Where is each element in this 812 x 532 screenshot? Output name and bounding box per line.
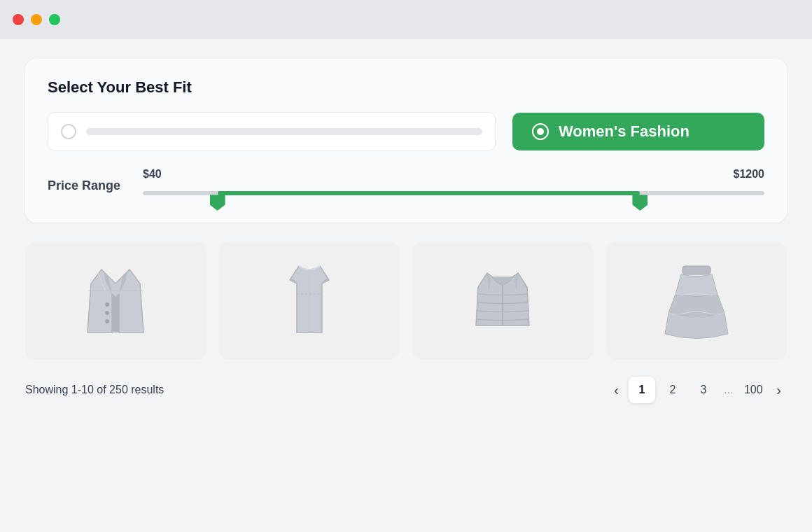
puffer-image <box>468 255 538 346</box>
selected-option-label: Women's Fashion <box>559 122 690 141</box>
page-button-100[interactable]: 100 <box>740 377 766 403</box>
svg-rect-3 <box>682 266 710 274</box>
main-content: Select Your Best Fit Women's Fashion Pri… <box>0 39 812 532</box>
radio-placeholder-text <box>86 128 482 135</box>
selected-radio-icon <box>532 123 549 140</box>
slider-track[interactable] <box>143 183 764 203</box>
svg-point-2 <box>105 319 109 323</box>
page-button-1[interactable]: 1 <box>629 377 655 403</box>
page-button-3[interactable]: 3 <box>690 377 717 403</box>
track-background <box>143 191 764 195</box>
pagination-row: Showing 1-10 of 250 results ‹ 1 2 3 ... … <box>25 377 787 403</box>
product-card-4[interactable] <box>606 242 788 360</box>
filter-title: Select Your Best Fit <box>48 78 764 97</box>
minimize-dot[interactable] <box>31 14 42 25</box>
price-range-label: Price Range <box>48 178 120 193</box>
svg-point-0 <box>105 302 109 307</box>
product-grid <box>25 242 787 360</box>
close-dot[interactable] <box>13 14 24 25</box>
next-page-button[interactable]: › <box>771 379 787 401</box>
page-button-2[interactable]: 2 <box>659 377 686 403</box>
price-range-row: Price Range $40 $1200 <box>48 168 764 203</box>
product-card-1[interactable] <box>25 242 206 360</box>
unselected-radio-option[interactable] <box>48 112 496 151</box>
skirt-image <box>662 255 732 346</box>
results-text: Showing 1-10 of 250 results <box>25 384 164 396</box>
blazer-image <box>80 255 150 346</box>
product-card-2[interactable] <box>219 242 400 360</box>
radio-circle-empty <box>61 124 76 139</box>
price-max-label: $1200 <box>734 168 765 181</box>
prev-page-button[interactable]: ‹ <box>608 379 624 401</box>
pagination-controls: ‹ 1 2 3 ... 100 › <box>608 377 787 403</box>
product-card-3[interactable] <box>412 242 594 360</box>
price-slider-container: $40 $1200 <box>143 168 764 203</box>
price-labels: $40 $1200 <box>143 168 764 181</box>
pagination-ellipsis: ... <box>721 384 736 396</box>
track-fill <box>218 191 640 195</box>
filter-options-row: Women's Fashion <box>48 112 764 151</box>
svg-point-1 <box>105 311 109 315</box>
top-image <box>274 255 344 346</box>
price-min-label: $40 <box>143 168 162 181</box>
maximize-dot[interactable] <box>49 14 60 25</box>
titlebar <box>0 0 812 39</box>
filter-card: Select Your Best Fit Women's Fashion Pri… <box>25 59 787 223</box>
selected-option-button[interactable]: Women's Fashion <box>512 113 764 150</box>
